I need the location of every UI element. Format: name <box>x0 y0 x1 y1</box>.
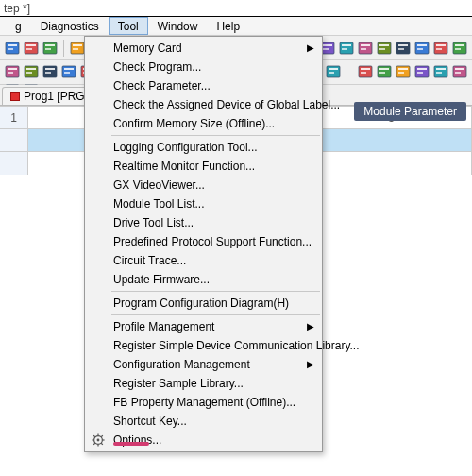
svg-rect-8 <box>45 48 51 50</box>
toolbar-button[interactable] <box>357 63 374 80</box>
menu-item-label: Module Tool List... <box>113 197 205 211</box>
svg-rect-46 <box>8 68 17 70</box>
menu-item-label: Update Firmware... <box>113 273 210 286</box>
svg-rect-10 <box>73 44 82 46</box>
menu-item[interactable]: Register Sample Library... <box>85 374 322 393</box>
svg-rect-113 <box>436 72 442 74</box>
menu-item[interactable]: Memory Card▶ <box>85 39 322 58</box>
svg-rect-29 <box>361 48 366 50</box>
toolbar-button[interactable] <box>432 63 449 80</box>
svg-line-130 <box>101 443 103 445</box>
svg-line-129 <box>93 435 95 437</box>
svg-rect-44 <box>455 48 461 50</box>
svg-rect-116 <box>455 72 461 74</box>
menu-item[interactable]: GX VideoViewer... <box>85 176 322 195</box>
svg-rect-110 <box>417 72 423 74</box>
toolbar-button[interactable] <box>338 40 355 57</box>
svg-rect-22 <box>323 44 332 46</box>
menu-item[interactable]: Circuit Trace... <box>85 251 322 270</box>
svg-rect-49 <box>26 68 36 70</box>
menu-item[interactable]: Check Program... <box>85 58 322 76</box>
toolbar-button[interactable] <box>376 40 393 57</box>
menu-item[interactable]: Profile Management▶ <box>85 317 322 336</box>
grid-cell-selected[interactable] <box>312 129 472 152</box>
menu-item[interactable]: Realtime Monitor Function... <box>85 157 322 176</box>
svg-rect-103 <box>379 68 389 70</box>
svg-rect-28 <box>361 44 370 46</box>
menu-item[interactable]: FB Property Management (Offline)... <box>85 393 322 412</box>
menu-item-label: Memory Card <box>113 42 182 55</box>
menu-item[interactable]: Shortcut Key... <box>85 412 322 431</box>
toolbar-button[interactable] <box>23 40 40 57</box>
toolbar-button[interactable] <box>376 63 393 80</box>
menu-item[interactable]: Predefined Protocol Support Function... <box>85 232 322 251</box>
title-bar: tep *] <box>0 0 472 17</box>
menu-item[interactable]: Configuration Management▶ <box>85 355 322 374</box>
svg-rect-38 <box>417 48 423 50</box>
tool-menu-dropdown: Memory Card▶Check Program...Check Parame… <box>84 36 323 452</box>
toolbar-button[interactable] <box>23 63 40 80</box>
window-title: tep *] <box>4 2 30 15</box>
menu-item[interactable]: Program Configuration Diagram(H) <box>85 294 322 313</box>
toolbar-button[interactable] <box>357 40 374 57</box>
svg-rect-56 <box>64 72 70 74</box>
toolbar-button[interactable] <box>325 63 342 80</box>
svg-rect-34 <box>398 44 408 46</box>
svg-line-131 <box>93 443 95 445</box>
menu-item-tool[interactable]: Tool <box>109 17 148 35</box>
svg-rect-53 <box>45 72 51 74</box>
menu-separator <box>111 291 320 292</box>
svg-rect-40 <box>436 44 446 46</box>
menu-item-diagnostics[interactable]: Diagnostics <box>31 17 109 35</box>
menu-item[interactable]: Check Parameter... <box>85 76 322 95</box>
menu-item[interactable]: Drive Tool List... <box>85 213 322 232</box>
menu-item-label: Configuration Management <box>113 358 250 371</box>
toolbar-button[interactable] <box>395 63 412 80</box>
svg-rect-2 <box>8 48 13 50</box>
menu-item[interactable]: Confirm Memory Size (Offline)... <box>85 114 322 133</box>
menu-item-label: Shortcut Key... <box>113 415 187 428</box>
module-parameter-tab[interactable]: Module Parameter <box>354 102 466 121</box>
svg-rect-100 <box>361 68 370 70</box>
menu-item-help[interactable]: Help <box>207 17 249 35</box>
menu-item-g[interactable]: g <box>6 17 31 35</box>
toolbar-button[interactable] <box>395 40 412 57</box>
toolbar-button[interactable] <box>4 63 21 80</box>
toolbar-button[interactable] <box>451 63 468 80</box>
menu-item[interactable]: Logging Configuration Tool... <box>85 138 322 157</box>
svg-rect-115 <box>455 68 464 70</box>
menu-item[interactable]: Options... <box>85 431 322 450</box>
toolbar-button[interactable] <box>60 63 77 80</box>
svg-rect-4 <box>26 44 36 46</box>
svg-rect-101 <box>361 72 366 74</box>
svg-rect-41 <box>436 48 442 50</box>
grid-row-header[interactable] <box>0 129 28 152</box>
toolbar-button[interactable] <box>451 40 468 57</box>
tab-marker-icon <box>10 92 20 101</box>
menu-item[interactable]: Module Tool List... <box>85 195 322 213</box>
toolbar-button[interactable] <box>413 63 430 80</box>
menu-item-label: Register Sample Library... <box>113 377 244 390</box>
menu-item[interactable]: Register Simple Device Communication Lib… <box>85 336 322 355</box>
menu-item-label: Circuit Trace... <box>113 254 186 267</box>
menu-item-window[interactable]: Window <box>148 17 208 35</box>
menu-item[interactable]: Update Firmware... <box>85 270 322 289</box>
toolbar-button[interactable] <box>413 40 430 57</box>
grid-row-header[interactable] <box>0 152 28 175</box>
svg-rect-31 <box>379 44 389 46</box>
svg-rect-52 <box>45 68 55 70</box>
svg-rect-32 <box>379 48 385 50</box>
module-parameter-label: Module Parameter <box>363 105 457 118</box>
menu-item-label: Confirm Memory Size (Offline)... <box>113 117 275 130</box>
menu-item[interactable]: Check the Assigned Device of Global Labe… <box>85 95 322 114</box>
svg-rect-1 <box>8 44 17 46</box>
menu-separator <box>111 135 320 136</box>
toolbar-button[interactable] <box>432 40 449 57</box>
toolbar-button[interactable] <box>42 63 59 80</box>
grid-cell[interactable] <box>312 152 472 175</box>
grid-row-header[interactable]: 1 <box>0 107 28 129</box>
toolbar-button[interactable] <box>42 40 59 57</box>
toolbar-button[interactable] <box>4 40 21 57</box>
svg-rect-112 <box>436 68 446 70</box>
highlight-underline-icon <box>113 442 149 446</box>
